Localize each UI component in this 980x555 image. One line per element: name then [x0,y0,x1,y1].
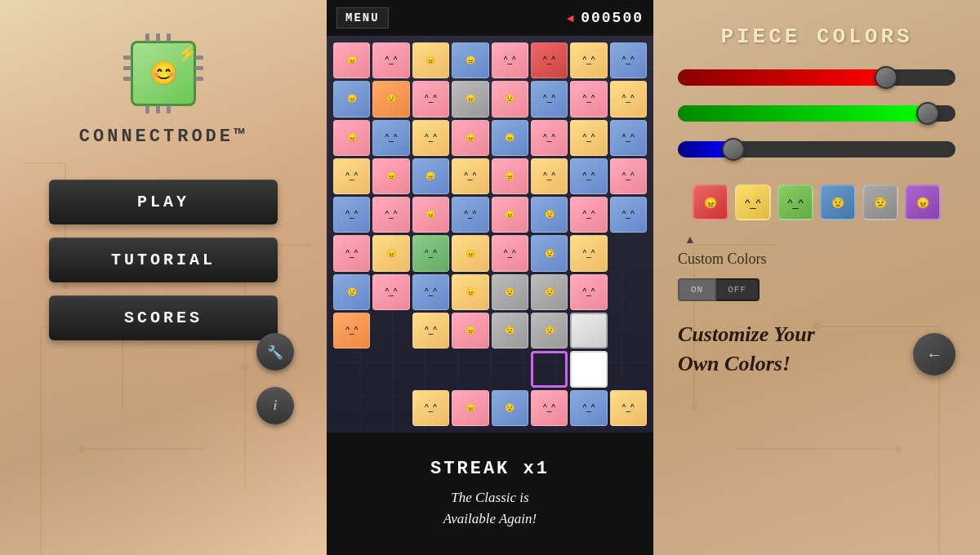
tutorial-button[interactable]: TUTORIAL [49,238,278,282]
piece[interactable]: ^_^ [452,197,488,233]
piece[interactable]: ^_^ [412,313,449,349]
piece-empty [610,351,647,387]
piece[interactable]: 😠 [452,274,488,310]
piece[interactable]: 😠 [412,42,449,78]
game-header: MENU ◄ 000500 [327,0,653,36]
piece[interactable]: 😟 [531,313,568,349]
piece[interactable]: 😠 [492,197,528,233]
piece[interactable]: 😠 [452,235,488,271]
piece-outline[interactable] [531,351,568,387]
piece[interactable]: ^_^ [333,313,370,349]
selector-blue-piece[interactable]: 😟 [820,184,856,220]
red-slider-handle[interactable] [875,66,898,89]
piece[interactable]: ^_^ [333,158,370,194]
piece[interactable]: ^_^ [333,235,370,271]
piece[interactable]: 😠 [333,81,370,117]
piece[interactable]: ^_^ [412,390,449,426]
piece[interactable]: ^_^ [570,235,607,271]
blue-slider-handle[interactable] [722,138,745,161]
custom-colors-row: Custom Colors [678,251,956,268]
piece[interactable]: 😟 [531,235,568,271]
settings-button[interactable]: 🔧 [256,333,294,371]
customize-line2: Own Colors! [678,352,791,375]
pin [156,33,160,42]
piece[interactable]: ^_^ [412,235,449,271]
piece[interactable]: 😠 [452,42,488,78]
piece[interactable]: 😠 [372,235,409,271]
piece[interactable]: ^_^ [610,120,647,156]
piece[interactable]: ^_^ [531,81,568,117]
piece[interactable]: ^_^ [412,274,449,310]
chip-pins-bottom [145,105,171,113]
piece[interactable]: ^_^ [333,197,370,233]
toggle-on-button[interactable]: ON [678,278,716,301]
piece[interactable]: ^_^ [531,120,568,156]
piece[interactable]: 😠 [412,197,449,233]
piece[interactable]: 😟 [372,81,409,117]
piece[interactable]: 😠 [333,42,370,78]
selector-red-piece[interactable]: 😠 [693,184,728,220]
piece[interactable]: ^_^ [412,120,449,156]
piece[interactable]: 😠 [492,120,528,156]
piece[interactable]: 😟 [531,197,568,233]
piece[interactable] [570,313,607,349]
streak-text: STREAK x1 [430,459,550,479]
piece[interactable]: 😠 [452,390,488,426]
piece[interactable]: ^_^ [570,42,607,78]
piece[interactable]: 😠 [452,120,488,156]
piece[interactable]: ^_^ [452,158,488,194]
piece[interactable]: ^_^ [610,42,647,78]
selector-gray-piece[interactable]: 😟 [862,184,898,220]
piece[interactable]: ^_^ [412,81,449,117]
score-value: 000500 [581,10,644,26]
piece[interactable]: 😠 [492,158,528,194]
footer-line1: The Classic is [451,490,528,505]
piece[interactable]: ^_^ [610,390,647,426]
piece[interactable]: 😠 [412,158,449,194]
piece[interactable]: ^_^ [570,197,607,233]
piece[interactable]: 😠 [452,313,488,349]
selector-yellow-piece[interactable]: ^_^ [735,184,771,220]
piece-empty [412,351,449,387]
toggle-off-button[interactable]: OFF [716,278,760,301]
piece[interactable]: ^_^ [570,81,607,117]
score-arrow-icon: ◄ [564,11,576,24]
piece[interactable]: 😟 [492,81,528,117]
info-button[interactable]: i [256,387,294,424]
piece[interactable]: 😟 [492,390,528,426]
piece[interactable]: ^_^ [531,42,568,78]
piece[interactable]: ^_^ [492,235,528,271]
back-button[interactable]: ← [913,333,956,375]
piece[interactable]: ^_^ [492,42,528,78]
green-slider-handle[interactable] [916,102,939,125]
game-board[interactable]: 😠 ^_^ 😠 😠 ^_^ ^_^ ^_^ ^_^ 😠 😟 ^_^ 😠 😟 ^_… [327,36,653,433]
play-button[interactable]: PLAY [49,180,278,224]
selector-purple-piece[interactable]: 😠 [905,184,941,220]
piece[interactable]: ^_^ [531,390,568,426]
piece[interactable]: ^_^ [372,120,409,156]
chip-pins-top [145,33,171,42]
piece[interactable]: ^_^ [610,158,647,194]
piece[interactable]: 😟 [531,274,568,310]
piece[interactable]: ^_^ [570,274,607,310]
piece[interactable]: ^_^ [610,81,647,117]
piece[interactable]: ^_^ [531,158,568,194]
piece[interactable]: 😟 [492,313,528,349]
blue-slider-track [678,141,956,158]
scores-button[interactable]: SCORES [49,295,278,340]
menu-label[interactable]: MENU [336,7,389,29]
piece[interactable]: ^_^ [372,42,409,78]
piece[interactable]: ^_^ [570,390,607,426]
piece-white[interactable] [570,351,607,387]
piece[interactable]: ^_^ [570,120,607,156]
selector-green-piece[interactable]: ^_^ [777,184,813,220]
piece[interactable]: 😟 [492,274,528,310]
piece[interactable]: 😠 [333,120,370,156]
piece[interactable]: 😠 [452,81,488,117]
piece[interactable]: ^_^ [570,158,607,194]
piece[interactable]: 😟 [333,274,370,310]
piece[interactable]: ^_^ [372,274,409,310]
piece[interactable]: ^_^ [610,197,647,233]
piece[interactable]: 😠 [372,158,409,194]
piece[interactable]: ^_^ [372,197,409,233]
